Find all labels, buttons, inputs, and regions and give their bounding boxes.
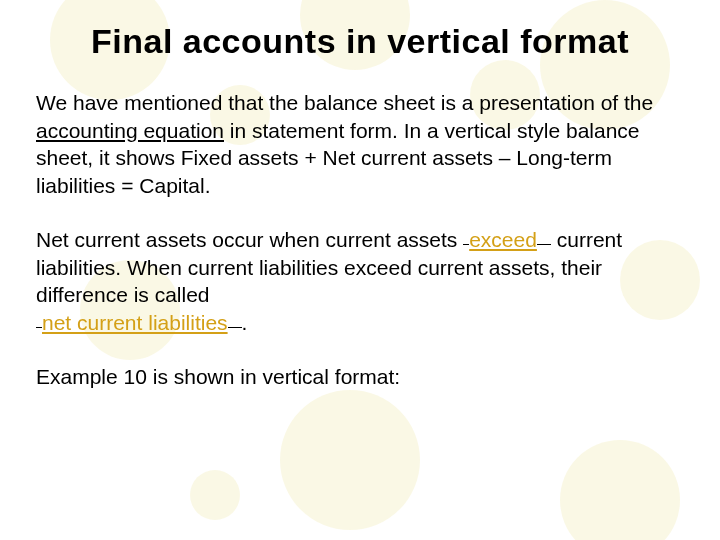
p2-blank-2: net current liabilities (42, 311, 228, 334)
blank-line-left-1 (463, 244, 469, 245)
slide-title: Final accounts in vertical format (36, 22, 684, 61)
p2-blank-1: exceed (469, 228, 537, 251)
slide-content: Final accounts in vertical format We hav… (0, 0, 720, 390)
blank-line-left-2 (36, 327, 42, 328)
paragraph-2: Net current assets occur when current as… (36, 226, 684, 337)
blank-line-right-1 (537, 244, 551, 245)
p2-text-2: . (242, 311, 248, 334)
paragraph-1: We have mentioned that the balance sheet… (36, 89, 684, 200)
p1-blank-1: accounting equation (36, 119, 224, 142)
blank-line-right-2 (228, 327, 242, 328)
p2-text-0: Net current assets occur when current as… (36, 228, 463, 251)
p1-text-0: We have mentioned that the balance sheet… (36, 91, 653, 114)
paragraph-3: Example 10 is shown in vertical format: (36, 363, 684, 391)
